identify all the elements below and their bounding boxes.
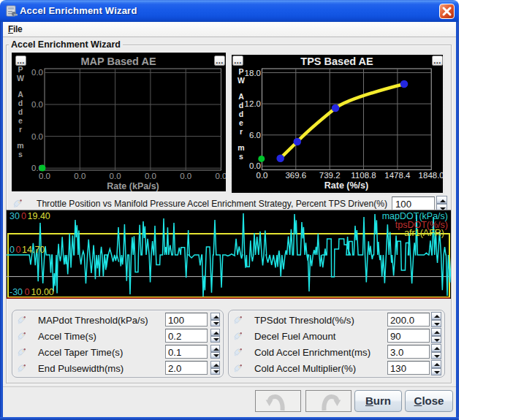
svg-text:0.0: 0.0 — [39, 172, 50, 180]
svg-text:0: 0 — [21, 211, 26, 221]
svg-text:d: d — [18, 99, 23, 107]
svg-text:TPS Based AE: TPS Based AE — [300, 56, 373, 67]
svg-text:A: A — [18, 90, 23, 99]
svg-text:0: 0 — [25, 287, 30, 297]
svg-text:d: d — [18, 107, 23, 116]
svg-text:d: d — [239, 101, 243, 110]
svg-text:A: A — [238, 92, 244, 101]
svg-text:19.40: 19.40 — [28, 211, 50, 221]
svg-text:d: d — [239, 110, 243, 118]
svg-text:10.00: 10.00 — [31, 287, 54, 297]
svg-text:W: W — [238, 76, 245, 85]
svg-text:e: e — [239, 118, 243, 127]
svg-text:s: s — [18, 150, 23, 159]
svg-text:s: s — [239, 152, 243, 161]
svg-text:739.2: 739.2 — [319, 171, 341, 180]
svg-text:30: 30 — [10, 211, 20, 221]
svg-text:0.0: 0.0 — [145, 172, 156, 180]
svg-text:Rate (%/s): Rate (%/s) — [324, 180, 368, 191]
svg-text:P: P — [238, 67, 243, 76]
svg-text:0.0: 0.0 — [31, 132, 43, 141]
svg-text:m: m — [238, 143, 244, 152]
svg-text:m: m — [17, 141, 23, 150]
svg-text:0.0: 0.0 — [31, 68, 43, 77]
svg-text:P: P — [18, 65, 23, 74]
svg-text:12.0: 12.0 — [245, 99, 261, 108]
svg-text:1478.4: 1478.4 — [384, 171, 411, 180]
svg-text:18.0: 18.0 — [245, 69, 261, 77]
svg-text:MAP Based AE: MAP Based AE — [80, 56, 156, 67]
svg-text:0.0: 0.0 — [249, 161, 261, 170]
svg-text:0: 0 — [16, 245, 21, 255]
svg-text:1108.8: 1108.8 — [351, 171, 376, 180]
svg-text:0.0: 0.0 — [180, 172, 191, 180]
svg-text:0: 0 — [10, 245, 15, 255]
svg-text:0.0: 0.0 — [216, 172, 227, 180]
svg-text:0.0: 0.0 — [31, 100, 43, 109]
svg-text:Rate (kPa/s): Rate (kPa/s) — [107, 181, 159, 191]
svg-text:0.0: 0.0 — [110, 172, 121, 180]
svg-text:369.6: 369.6 — [285, 171, 306, 180]
svg-text:0.0: 0.0 — [256, 171, 268, 180]
svg-text:1848.0: 1848.0 — [419, 171, 443, 180]
svg-text:W: W — [17, 74, 24, 83]
svg-text:r: r — [240, 127, 243, 136]
svg-text:6.0: 6.0 — [249, 131, 261, 140]
svg-text:-30: -30 — [10, 287, 23, 297]
svg-text:14.70: 14.70 — [22, 245, 45, 255]
svg-text:0.0: 0.0 — [74, 172, 86, 180]
svg-text:afr1(AFR): afr1(AFR) — [404, 228, 444, 238]
svg-text:e: e — [18, 116, 23, 125]
svg-text:r: r — [19, 125, 22, 134]
